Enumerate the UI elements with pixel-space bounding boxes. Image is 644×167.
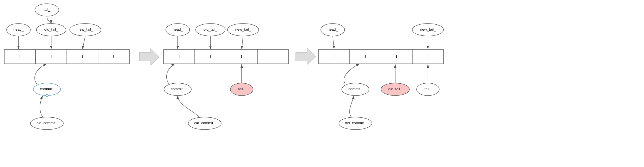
label-d1-old-tail: old_tail_ — [44, 27, 58, 31]
label-d1-old-commit: old_commit_ — [36, 121, 57, 125]
box-d1-1-label: T — [18, 54, 21, 59]
arrow-new-tail-to-box3 — [82, 36, 85, 49]
label-d2-head: head_ — [173, 27, 183, 31]
label-d3-new-tail: new_tail_ — [420, 27, 436, 31]
box-d2-3-label: T — [240, 54, 243, 59]
box-d3-1-label: T — [333, 54, 336, 59]
box-d1-2-label: T — [50, 54, 53, 59]
label-d2-old-commit: old_commit_ — [194, 121, 215, 125]
diagram-container: T T T T tail_ head_ old_tail_ new_tail_ … — [0, 0, 644, 167]
box-d1-4-label: T — [112, 54, 115, 59]
big-arrow-1 — [139, 48, 159, 65]
label-d1-commit: commit_ — [40, 87, 54, 91]
label-d3-old-tail: old_tail_ — [388, 87, 402, 91]
label-d2-old-tail: old_tail_ — [204, 27, 218, 31]
box-d2-4-label: T — [272, 54, 274, 59]
label-d3-commit: commit_ — [348, 87, 363, 91]
label-d1-head: head_ — [13, 27, 24, 31]
arrow-d2-new-tail-to-box3 — [242, 36, 243, 49]
main-svg: T T T T tail_ head_ old_tail_ new_tail_ … — [0, 0, 644, 167]
box-d3-2-label: T — [364, 54, 367, 59]
arrow-d3-old-commit-to-commit — [350, 96, 354, 117]
label-d3-head: head_ — [328, 27, 338, 31]
arrow-tail-to-oldtail — [47, 16, 51, 24]
label-d3-old-commit: old_commit_ — [345, 121, 366, 125]
dot-commit-d1 — [46, 94, 48, 97]
arrow-d3-commit-to-box2 — [344, 64, 360, 84]
arrow-d2-old-commit-to-commit — [178, 96, 199, 117]
arrow-old-commit-to-commit — [40, 96, 43, 117]
label-d2-new-tail: new_tail_ — [235, 27, 251, 31]
label-d3-tail: tail_ — [424, 87, 432, 91]
label-d1-new-tail: new_tail_ — [78, 27, 94, 31]
label-d2-commit: commit_ — [171, 87, 185, 91]
arrow-d3-head-to-box1 — [333, 36, 334, 49]
label-d1-tail: tail_ — [44, 7, 51, 12]
box-d2-1-label: T — [178, 54, 181, 59]
big-arrow-2 — [296, 48, 316, 65]
box-d3-3-label: T — [395, 54, 398, 59]
arrow-commit-to-box2 — [35, 64, 47, 84]
box-d3-4-label: T — [426, 54, 429, 59]
arrow-d2-commit-to-box1 — [167, 64, 175, 84]
label-d2-tail: tail_ — [238, 87, 245, 91]
box-d2-2-label: T — [209, 54, 212, 59]
box-d1-3-label: T — [81, 54, 84, 59]
